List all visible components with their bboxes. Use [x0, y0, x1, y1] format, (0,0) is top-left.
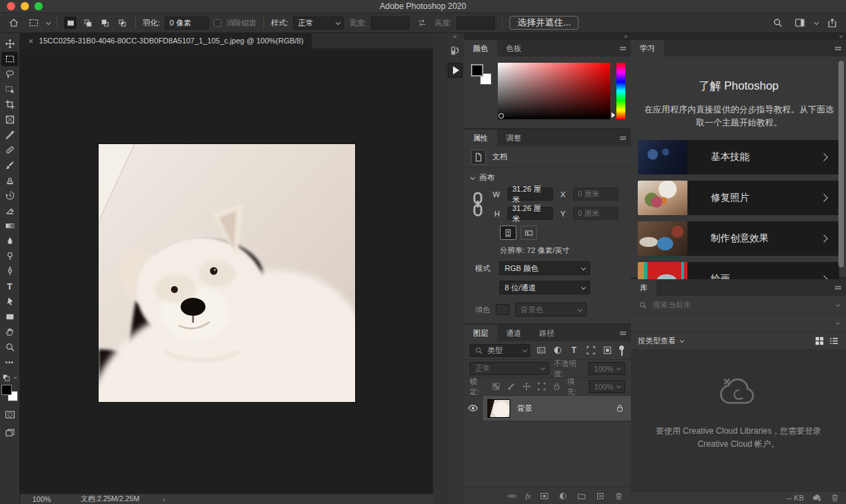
fill-color-swatch[interactable]: [496, 304, 510, 315]
width-input[interactable]: [371, 17, 410, 30]
layer-name[interactable]: 背景: [517, 403, 608, 414]
crop-tool[interactable]: [1, 97, 18, 112]
gradient-tool[interactable]: [1, 219, 18, 233]
portrait-orientation-button[interactable]: [500, 225, 516, 240]
new-layer-icon[interactable]: [595, 491, 605, 501]
library-search-input[interactable]: [653, 301, 831, 309]
fill-opacity-select[interactable]: 100%: [589, 380, 625, 393]
path-selection-tool[interactable]: [1, 294, 18, 309]
panel-menu-icon[interactable]: [618, 329, 627, 338]
eyedropper-tool[interactable]: [1, 128, 18, 142]
add-selection-button[interactable]: [81, 17, 94, 29]
select-and-mask-button[interactable]: 选择并遮住...: [510, 16, 578, 30]
filter-adjustment-layers-icon[interactable]: [552, 345, 563, 356]
foreground-color-swatch[interactable]: [471, 64, 483, 77]
cloud-sync-icon[interactable]: [812, 493, 822, 503]
screen-mode-button[interactable]: [1, 425, 18, 440]
new-selection-button[interactable]: [64, 17, 77, 29]
new-adjustment-layer-icon[interactable]: [558, 491, 568, 501]
document-size-info[interactable]: 文档:2.25M/2.25M: [81, 494, 139, 504]
view-by-chevron-icon[interactable]: [680, 338, 685, 343]
hue-slider-marker[interactable]: [612, 112, 615, 118]
blend-mode-select[interactable]: 正常: [470, 362, 550, 375]
tab-libraries[interactable]: 库: [631, 279, 656, 296]
dodge-tool[interactable]: [1, 249, 18, 263]
search-scope-chevron-icon[interactable]: [836, 302, 840, 307]
filter-pixel-layers-icon[interactable]: [535, 345, 547, 356]
lock-pixels-icon[interactable]: [506, 381, 516, 392]
hand-tool[interactable]: [1, 325, 18, 339]
history-panel-icon[interactable]: [447, 42, 463, 59]
canvas-x-input[interactable]: 0 厘米: [573, 188, 618, 201]
document-tab[interactable]: × 15CC0256-31B0-4046-80CC-3DB0FD8A5107_1…: [20, 33, 312, 48]
bit-depth-select[interactable]: 8 位/通道: [499, 281, 590, 294]
active-tool-icon[interactable]: [26, 15, 41, 30]
canvas-y-input[interactable]: 0 厘米: [573, 207, 618, 220]
canvas[interactable]: [20, 49, 433, 494]
tab-paths[interactable]: 路径: [530, 325, 563, 341]
home-icon[interactable]: [6, 15, 21, 30]
swap-dimensions-icon[interactable]: [414, 15, 430, 30]
frame-tool[interactable]: [1, 112, 18, 127]
clone-stamp-tool[interactable]: [1, 173, 18, 188]
zoom-tool[interactable]: [1, 340, 18, 354]
tab-swatches[interactable]: 色板: [497, 40, 530, 57]
type-tool[interactable]: T: [1, 279, 18, 294]
workspace-switcher-icon[interactable]: [792, 15, 807, 30]
shape-tool[interactable]: [1, 310, 18, 324]
opacity-select[interactable]: 100%: [588, 362, 625, 375]
collapse-dock-arrows[interactable]: »: [464, 33, 631, 40]
lasso-tool[interactable]: [1, 67, 18, 81]
feather-input[interactable]: [165, 17, 209, 30]
height-input[interactable]: [456, 17, 495, 30]
tutorial-card-basic-skills[interactable]: 基本技能: [638, 140, 839, 174]
fill-select[interactable]: 背景色: [515, 303, 587, 316]
add-layer-mask-icon[interactable]: [539, 491, 550, 501]
list-view-icon[interactable]: [829, 336, 839, 346]
subtract-selection-button[interactable]: [99, 17, 111, 29]
quick-mask-button[interactable]: [1, 407, 18, 422]
expand-dock-arrows[interactable]: «: [446, 33, 464, 41]
link-layers-icon[interactable]: [507, 491, 517, 501]
canvas-height-input[interactable]: 31.26 厘米: [507, 207, 553, 220]
workspace-chevron-icon[interactable]: [814, 20, 819, 25]
layer-filter-toggle[interactable]: [618, 345, 624, 356]
landscape-orientation-button[interactable]: [521, 225, 537, 240]
panel-menu-icon[interactable]: [618, 44, 627, 53]
status-chevron-icon[interactable]: ›: [163, 495, 165, 503]
color-mode-select[interactable]: RGB 颜色: [499, 261, 590, 275]
canvas-width-input[interactable]: 31.26 厘米: [507, 188, 553, 201]
layer-thumbnail[interactable]: [487, 399, 510, 418]
search-icon[interactable]: [770, 15, 785, 30]
tab-channels[interactable]: 通道: [497, 325, 530, 341]
tab-layers[interactable]: 图层: [464, 325, 497, 341]
move-tool[interactable]: [1, 37, 18, 51]
learn-scrollbar[interactable]: [838, 61, 844, 268]
zoom-level[interactable]: 100%: [20, 495, 81, 503]
lock-all-icon[interactable]: [552, 381, 561, 392]
spot-healing-brush-tool[interactable]: [1, 143, 18, 157]
more-tools-button[interactable]: •••: [1, 355, 18, 370]
tab-adjustments[interactable]: 调整: [497, 130, 530, 146]
color-field-marker[interactable]: [498, 113, 504, 119]
tab-learn[interactable]: 学习: [631, 40, 664, 57]
layer-visibility-eye-icon[interactable]: [464, 396, 483, 421]
share-icon[interactable]: [825, 15, 840, 30]
delete-layer-icon[interactable]: [614, 491, 624, 501]
delete-library-item-icon[interactable]: [829, 493, 840, 503]
tool-preset-chevron-icon[interactable]: [46, 20, 51, 25]
style-select[interactable]: 正常: [293, 17, 344, 30]
hue-slider[interactable]: [616, 63, 625, 119]
grid-view-icon[interactable]: [814, 336, 825, 346]
eraser-tool[interactable]: [1, 203, 18, 218]
intersect-selection-button[interactable]: [116, 17, 128, 29]
link-dimensions-icon[interactable]: [464, 190, 492, 218]
tab-color[interactable]: 颜色: [464, 40, 497, 57]
layer-lock-icon[interactable]: [615, 403, 625, 413]
foreground-background-swatches[interactable]: [1, 385, 18, 401]
view-by-type-label[interactable]: 按类型查看: [638, 336, 676, 346]
pen-tool[interactable]: [1, 264, 18, 279]
lock-artboard-icon[interactable]: [536, 381, 546, 392]
antialias-checkbox[interactable]: [214, 19, 221, 27]
layer-filter-type-select[interactable]: 类型: [470, 344, 530, 357]
